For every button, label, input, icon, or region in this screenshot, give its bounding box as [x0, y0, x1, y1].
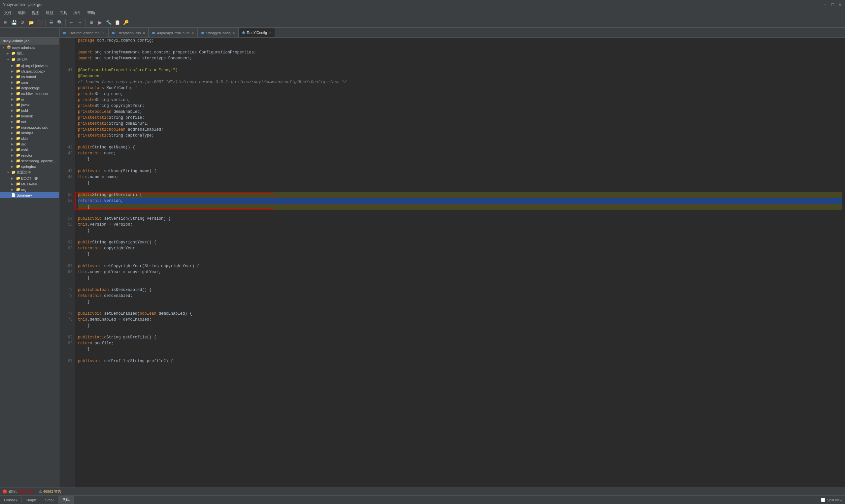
tree-item-10[interactable]: ▶📁javax	[0, 102, 59, 108]
toolbar-btn-7[interactable]: 🔍	[56, 18, 64, 26]
tree-item-9[interactable]: ▶📁io	[0, 96, 59, 102]
line-number-48	[62, 323, 73, 328]
tree-view: ▼📦ruoyi-admin.jar▶📁输出▼📁源代码▶📁aj.org.objec…	[0, 44, 59, 487]
line-number-40	[62, 275, 73, 281]
tab-encryptionutils[interactable]: EncryptionUtils×	[108, 28, 148, 37]
line-number-37	[62, 257, 73, 263]
tab-close-userinfoserviceimpl[interactable]: ×	[102, 31, 105, 35]
tree-item-1[interactable]: ▶📁输出	[0, 50, 59, 56]
toolbar-btn-2[interactable]: 💾	[10, 18, 18, 26]
warn-icon: ⚠	[39, 489, 42, 494]
line-number-28	[62, 204, 73, 210]
line-number-18: 42	[62, 144, 73, 150]
tree-item-8[interactable]: ▶📁eu.bitwalker.user	[0, 91, 59, 96]
minimize-button[interactable]: ─	[823, 2, 828, 7]
menu-bar: 文件编辑视图导航工具插件帮助	[0, 9, 845, 17]
code-line-44: }	[78, 299, 842, 305]
tree-item-12[interactable]: ▶📁lombok	[0, 113, 59, 119]
tree-item-14[interactable]: ▶📁nonapi.io.github.	[0, 124, 59, 130]
split-view-checkbox[interactable]	[821, 498, 825, 502]
tree-item-5[interactable]: ▶📁cn.hutool	[0, 74, 59, 79]
tree-icon-12: 📁	[16, 114, 20, 118]
tree-item-20[interactable]: ▶📁schemaorg_apache_	[0, 158, 59, 164]
maximize-button[interactable]: □	[830, 2, 835, 7]
tree-label-14: nonapi.io.github.	[21, 125, 48, 129]
line-number-38: 67	[62, 263, 73, 269]
line-number-21	[62, 162, 73, 168]
tab-ruoyiconfig[interactable]: RuoYiConfig×	[239, 28, 275, 37]
bottom-tab-simple[interactable]: Simple	[22, 497, 41, 503]
code-line-42: public boolean isDemoEnabled() {	[78, 287, 842, 293]
code-view: 4142434748525357586263676872737778828387…	[59, 38, 845, 487]
tree-item-18[interactable]: ▶📁oshi	[0, 147, 59, 152]
code-line-14: private static String domainUrl;	[78, 121, 842, 127]
tree-item-13[interactable]: ▶📁net	[0, 119, 59, 124]
code-line-38: public void setCopyrightYear(String copy…	[78, 263, 842, 269]
toolbar-btn-10[interactable]: 🔧	[105, 18, 112, 26]
toolbar-btn-9[interactable]: ▶	[96, 18, 104, 26]
tree-item-24[interactable]: ▶📁META-INF	[0, 181, 59, 187]
tab-close-ruoyiconfig[interactable]: ×	[269, 30, 271, 35]
toolbar-btn-6[interactable]: ☰	[47, 18, 55, 26]
menu-item-插件[interactable]: 插件	[71, 10, 84, 17]
bottom-tab-smali[interactable]: Smali	[41, 497, 59, 503]
tree-item-2[interactable]: ▼📁源代码	[0, 56, 59, 63]
menu-item-工具[interactable]: 工具	[57, 10, 70, 17]
code-line-20: }	[78, 156, 842, 162]
toolbar-btn-3[interactable]: ↺	[18, 18, 27, 26]
tab-close-swaggerconfig[interactable]: ×	[233, 31, 235, 35]
tree-item-22[interactable]: ▼📁资源文件	[0, 169, 59, 176]
tree-label-25: org	[21, 188, 27, 192]
tree-item-11[interactable]: ▶📁jodd	[0, 108, 59, 113]
tree-item-3[interactable]: ▶📁aj.org.objectweb.	[0, 63, 59, 68]
tab-label-userinfoserviceimpl: UserInfoServiceImpl	[68, 31, 100, 35]
close-button[interactable]: ✕	[838, 2, 842, 7]
toolbar-btn-11[interactable]: 📋	[113, 18, 121, 26]
tab-swaggerconfig[interactable]: SwaggerConfig×	[198, 28, 239, 37]
code-line-23: this.name = name;	[78, 174, 842, 180]
tree-item-25[interactable]: ▶📁org	[0, 187, 59, 192]
tab-userinfoserviceimpl[interactable]: UserInfoServiceImpl×	[59, 28, 108, 37]
line-number-36	[62, 251, 73, 257]
tree-item-26[interactable]: 📄Summary	[0, 192, 59, 198]
bottom-tab-fallback[interactable]: Fallback	[0, 497, 22, 503]
line-number-5: 41	[62, 67, 73, 73]
tab-close-alipayapierrorenum[interactable]: ×	[191, 31, 194, 35]
bottom-tab-code[interactable]: 代码	[58, 496, 74, 504]
tree-item-17[interactable]: ▶📁org	[0, 141, 59, 147]
line-number-27: 53	[62, 198, 73, 204]
line-number-24	[62, 180, 73, 186]
toolbar-btn-1[interactable]: ≡	[1, 18, 9, 26]
tree-item-16[interactable]: ▶📁okio	[0, 136, 59, 141]
toolbar: ≡ 💾 ↺ 📂 ⬛ ☰ 🔍 ← → ⚙ ▶ 🔧 📋 🔑	[0, 17, 845, 28]
line-number-7	[62, 79, 73, 85]
tree-item-21[interactable]: ▶📁springfox	[0, 164, 59, 169]
tree-item-19[interactable]: ▶📁reactor	[0, 152, 59, 158]
toolbar-btn-12[interactable]: 🔑	[122, 18, 130, 26]
tree-label-12: lombok	[21, 114, 33, 118]
menu-item-帮助[interactable]: 帮助	[85, 10, 98, 17]
line-number-31: 58	[62, 222, 73, 228]
tree-item-4[interactable]: ▶📁ch.qos.logback	[0, 68, 59, 74]
line-number-12	[62, 109, 73, 115]
menu-item-文件[interactable]: 文件	[1, 10, 15, 17]
tree-item-23[interactable]: ▶📁BOOT-INF	[0, 176, 59, 181]
tree-label-4: ch.qos.logback	[21, 69, 45, 73]
toolbar-btn-5[interactable]: ⬛	[36, 18, 43, 26]
tab-close-encryptionutils[interactable]: ×	[143, 31, 145, 35]
line-number-19: 43	[62, 150, 73, 156]
toolbar-btn-8[interactable]: ⚙	[87, 18, 95, 26]
tab-alipayapierrorenum[interactable]: AlipayApiErrorEnum×	[148, 28, 197, 37]
menu-item-视图[interactable]: 视图	[29, 10, 42, 17]
tree-item-0[interactable]: ▼📦ruoyi-admin.jar	[0, 44, 59, 50]
code-content[interactable]: package com.ruoyi.common.config;import o…	[75, 38, 845, 487]
tree-item-15[interactable]: ▶📁okhttp3	[0, 130, 59, 136]
toolbar-back[interactable]: ←	[67, 18, 75, 26]
toolbar-btn-4[interactable]: 📂	[27, 18, 35, 26]
tree-item-6[interactable]: ▶📁com	[0, 79, 59, 85]
toolbar-forward[interactable]: →	[76, 18, 84, 26]
menu-item-导航[interactable]: 导航	[43, 10, 56, 17]
menu-item-编辑[interactable]: 编辑	[15, 10, 29, 17]
tree-icon-0: 📦	[6, 45, 11, 50]
tree-item-7[interactable]: ▶📁defpackage	[0, 85, 59, 91]
